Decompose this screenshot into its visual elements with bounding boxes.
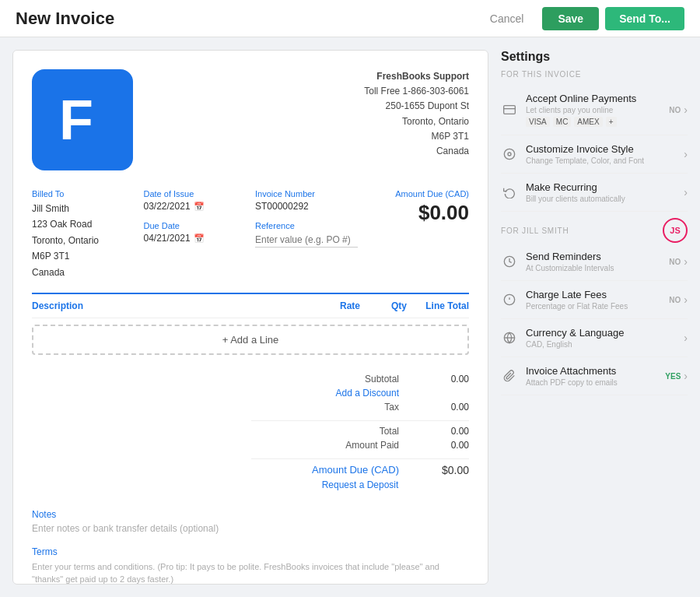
- discount-label[interactable]: Add a Discount: [336, 388, 399, 399]
- reminder-icon: [501, 253, 518, 270]
- settings-item-late-fees[interactable]: Charge Late Fees Percentage or Flat Rate…: [501, 281, 688, 319]
- attachments-sub: Attach PDF copy to emails: [526, 378, 665, 387]
- top-bar: New Invoice Cancel Save Send To...: [0, 0, 700, 37]
- currency-chevron: ›: [684, 332, 688, 344]
- notes-input[interactable]: Enter notes or bank transfer details (op…: [32, 523, 469, 534]
- due-date-value[interactable]: 04/21/2021 📅: [144, 233, 247, 244]
- tax-label: Tax: [384, 402, 399, 413]
- recurring-icon: [501, 184, 518, 201]
- th-rate: Rate: [298, 300, 360, 311]
- th-description: Description: [32, 300, 298, 311]
- billed-to-section: Billed To Jill Smith 123 Oak Road Toront…: [32, 189, 135, 280]
- send-button[interactable]: Send To...: [605, 7, 684, 30]
- date-of-issue-label: Date of Issue: [144, 189, 247, 198]
- total-row: Total 0.00: [251, 426, 469, 437]
- reference-input[interactable]: [255, 233, 358, 248]
- send-reminders-badge: NO: [669, 258, 681, 266]
- invoice-number-value: ST00000292: [255, 201, 358, 212]
- make-recurring-sub: Bill your clients automatically: [526, 195, 684, 203]
- currency-content: Currency & Language CAD, English: [526, 327, 684, 349]
- settings-item-make-recurring[interactable]: Make Recurring Bill your clients automat…: [501, 174, 688, 212]
- discount-row: Add a Discount: [251, 388, 469, 399]
- amount-due-label: Amount Due (CAD): [367, 189, 470, 198]
- svg-point-4: [508, 153, 511, 156]
- add-line-button[interactable]: + Add a Line: [32, 325, 469, 355]
- for-client-label: FOR JILL SMITH: [501, 227, 569, 235]
- terms-section: Terms Enter your terms and conditions. (…: [32, 546, 469, 585]
- notes-label: Notes: [32, 509, 469, 520]
- accept-payments-sub: Let clients pay you online: [526, 106, 669, 114]
- visa-icon: VISA: [526, 117, 550, 127]
- accept-payments-badge: NO: [669, 106, 681, 114]
- late-fees-chevron: ›: [684, 293, 688, 306]
- settings-item-send-reminders[interactable]: Send Reminders At Customizable Intervals…: [501, 243, 688, 281]
- attachments-chevron: ›: [684, 370, 688, 382]
- settings-item-attachments[interactable]: Invoice Attachments Attach PDF copy to e…: [501, 357, 688, 395]
- late-fees-sub: Percentage or Flat Rate Fees: [526, 302, 669, 311]
- send-reminders-title: Send Reminders: [526, 251, 669, 262]
- due-date-group: Due Date 04/21/2021 📅: [144, 221, 247, 244]
- settings-item-currency[interactable]: Currency & Language CAD, English ›: [501, 319, 688, 357]
- more-icon: +: [606, 117, 617, 127]
- th-qty: Qty: [360, 300, 407, 311]
- billed-to-label: Billed To: [32, 189, 135, 198]
- payment-icons: VISA MC AMEX +: [526, 117, 669, 127]
- late-fees-badge: NO: [669, 296, 681, 304]
- invoice-number-group: Invoice Number ST00000292: [255, 189, 358, 212]
- for-client-row: FOR JILL SMITH JS: [501, 218, 688, 243]
- date-section: Date of Issue 03/22/2021 📅 Due Date 04/2…: [144, 189, 247, 280]
- deposit-row: Request a Deposit: [251, 479, 469, 490]
- deposit-label[interactable]: Request a Deposit: [251, 479, 469, 490]
- customize-style-content: Customize Invoice Style Change Template,…: [526, 143, 684, 165]
- late-fees-content: Charge Late Fees Percentage or Flat Rate…: [526, 289, 669, 311]
- mc-icon: MC: [553, 117, 572, 127]
- customize-style-sub: Change Template, Color, and Font: [526, 156, 684, 165]
- save-button[interactable]: Save: [542, 7, 599, 30]
- reminders-chevron: ›: [684, 255, 688, 268]
- invoice-number-label: Invoice Number: [255, 189, 358, 198]
- amount-due-value: $0.00: [367, 201, 470, 225]
- page-title: New Invoice: [16, 9, 481, 29]
- calendar-icon: 📅: [194, 202, 205, 212]
- company-logo: F: [32, 69, 133, 170]
- date-of-issue-value[interactable]: 03/22/2021 📅: [144, 201, 247, 212]
- for-invoice-label: FOR THIS INVOICE: [501, 70, 688, 79]
- amex-icon: AMEX: [574, 117, 602, 127]
- final-amount-due-label[interactable]: Amount Due (CAD): [312, 464, 399, 476]
- invoice-panel: F FreshBooks Support Toll Free 1-866-303…: [12, 50, 488, 585]
- totals-section: Subtotal 0.00 Add a Discount Tax 0.00 To…: [32, 374, 469, 493]
- date-of-issue-group: Date of Issue 03/22/2021 📅: [144, 189, 247, 212]
- send-reminders-sub: At Customizable Intervals: [526, 264, 669, 272]
- svg-rect-1: [504, 106, 516, 114]
- credit-card-icon: [501, 101, 518, 118]
- amount-paid-row: Amount Paid 0.00: [251, 440, 469, 451]
- company-address2: Toronto, Ontario: [364, 114, 469, 129]
- cancel-button[interactable]: Cancel: [481, 8, 534, 30]
- company-info: FreshBooks Support Toll Free 1-866-303-6…: [364, 69, 469, 170]
- accept-payments-title: Accept Online Payments: [526, 93, 669, 104]
- invoice-header: F FreshBooks Support Toll Free 1-866-303…: [32, 69, 469, 170]
- recurring-chevron: ›: [684, 186, 688, 198]
- totals-divider: [251, 420, 469, 421]
- settings-item-accept-payments[interactable]: Accept Online Payments Let clients pay y…: [501, 85, 688, 135]
- subtotal-value: 0.00: [430, 374, 469, 385]
- company-name: FreshBooks Support: [364, 69, 469, 84]
- currency-title: Currency & Language: [526, 327, 684, 339]
- currency-icon: [501, 329, 518, 346]
- subtotal-row: Subtotal 0.00: [251, 374, 469, 385]
- amount-paid-label: Amount Paid: [345, 440, 399, 451]
- terms-label: Terms: [32, 546, 469, 557]
- subtotal-label: Subtotal: [365, 374, 399, 385]
- table-header: Description Rate Qty Line Total: [32, 294, 469, 318]
- currency-sub: CAD, English: [526, 340, 684, 349]
- attachments-content: Invoice Attachments Attach PDF copy to e…: [526, 365, 665, 387]
- total-value: 0.00: [430, 426, 469, 437]
- total-label: Total: [380, 426, 399, 437]
- terms-text[interactable]: Enter your terms and conditions. (Pro ti…: [32, 560, 469, 585]
- settings-item-customize-style[interactable]: Customize Invoice Style Change Template,…: [501, 135, 688, 174]
- settings-panel: Settings FOR THIS INVOICE Accept Online …: [501, 50, 688, 585]
- amount-due-section: Amount Due (CAD) $0.00: [367, 189, 470, 280]
- main-layout: F FreshBooks Support Toll Free 1-866-303…: [0, 37, 700, 597]
- tax-row: Tax 0.00: [251, 402, 469, 413]
- late-fees-title: Charge Late Fees: [526, 289, 669, 300]
